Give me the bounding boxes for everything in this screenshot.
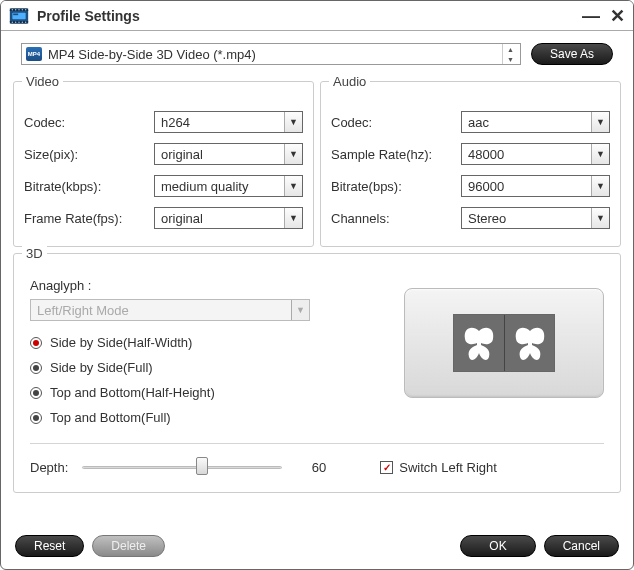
mp4-icon: MP4	[26, 47, 42, 61]
video-framerate-label: Frame Rate(fps):	[24, 211, 154, 226]
video-legend: Video	[22, 74, 63, 89]
chevron-down-icon: ▼	[284, 144, 302, 164]
radio-option-1[interactable]: Side by Side(Full)	[30, 360, 364, 375]
video-bitrate-label: Bitrate(kbps):	[24, 179, 154, 194]
close-button[interactable]: ✕	[610, 7, 625, 25]
footer: Reset Delete OK Cancel	[1, 527, 633, 569]
radio-label: Side by Side(Half-Width)	[50, 335, 192, 350]
depth-value: 60	[296, 460, 326, 475]
window: Profile Settings — ✕ MP4 MP4 Side-by-Sid…	[0, 0, 634, 570]
audio-codec-select[interactable]: aac ▼	[461, 111, 610, 133]
minimize-button[interactable]: —	[582, 7, 600, 25]
three-d-group: 3D Anaglyph : Left/Right Mode ▼ Side by …	[13, 253, 621, 493]
depth-slider[interactable]	[82, 458, 282, 476]
profile-spinner[interactable]: ▲ ▼	[502, 44, 518, 64]
chevron-down-icon: ▼	[591, 112, 609, 132]
radio-dot-icon	[30, 362, 42, 374]
save-as-button[interactable]: Save As	[531, 43, 613, 65]
svg-point-3	[12, 9, 13, 10]
audio-samplerate-label: Sample Rate(hz):	[331, 147, 461, 162]
three-d-preview	[404, 288, 604, 398]
app-icon	[9, 6, 29, 26]
audio-codec-label: Codec:	[331, 115, 461, 130]
radio-label: Top and Bottom(Full)	[50, 410, 171, 425]
svg-point-7	[25, 9, 26, 10]
chevron-up-icon[interactable]: ▲	[503, 44, 518, 54]
switch-left-right-checkbox[interactable]: ✓	[380, 461, 393, 474]
video-size-label: Size(pix):	[24, 147, 154, 162]
svg-point-6	[22, 9, 23, 10]
cancel-button[interactable]: Cancel	[544, 535, 619, 557]
radio-dot-icon	[30, 337, 42, 349]
svg-point-10	[18, 21, 19, 22]
separator	[30, 443, 604, 444]
delete-button: Delete	[92, 535, 165, 557]
audio-bitrate-label: Bitrate(bps):	[331, 179, 461, 194]
titlebar: Profile Settings — ✕	[1, 1, 633, 31]
chevron-down-icon: ▼	[291, 300, 309, 320]
svg-point-12	[25, 21, 26, 22]
ok-button[interactable]: OK	[460, 535, 535, 557]
profile-select-text: MP4 Side-by-Side 3D Video (*.mp4)	[48, 47, 502, 62]
radio-label: Side by Side(Full)	[50, 360, 153, 375]
video-framerate-select[interactable]: original ▼	[154, 207, 303, 229]
radio-option-0[interactable]: Side by Side(Half-Width)	[30, 335, 364, 350]
window-title: Profile Settings	[37, 8, 582, 24]
slider-thumb[interactable]	[196, 457, 208, 475]
audio-channels-select[interactable]: Stereo ▼	[461, 207, 610, 229]
video-group: Video Codec: h264 ▼ Size(pix): original …	[13, 81, 314, 247]
audio-group: Audio Codec: aac ▼ Sample Rate(hz): 4800…	[320, 81, 621, 247]
reset-button[interactable]: Reset	[15, 535, 84, 557]
preview-left	[454, 315, 504, 371]
anaglyph-select: Left/Right Mode ▼	[30, 299, 310, 321]
chevron-down-icon: ▼	[591, 176, 609, 196]
profile-select[interactable]: MP4 MP4 Side-by-Side 3D Video (*.mp4) ▲ …	[21, 43, 521, 65]
audio-bitrate-select[interactable]: 96000 ▼	[461, 175, 610, 197]
chevron-down-icon: ▼	[591, 144, 609, 164]
preview-right	[504, 315, 554, 371]
chevron-down-icon: ▼	[284, 208, 302, 228]
svg-point-9	[15, 21, 16, 22]
chevron-down-icon: ▼	[284, 176, 302, 196]
svg-rect-14	[13, 13, 18, 15]
svg-point-11	[22, 21, 23, 22]
video-bitrate-select[interactable]: medium quality ▼	[154, 175, 303, 197]
chevron-down-icon: ▼	[591, 208, 609, 228]
video-codec-select[interactable]: h264 ▼	[154, 111, 303, 133]
radio-dot-icon	[30, 387, 42, 399]
radio-option-2[interactable]: Top and Bottom(Half-Height)	[30, 385, 364, 400]
audio-channels-label: Channels:	[331, 211, 461, 226]
chevron-down-icon: ▼	[284, 112, 302, 132]
video-codec-label: Codec:	[24, 115, 154, 130]
svg-point-8	[12, 21, 13, 22]
audio-samplerate-select[interactable]: 48000 ▼	[461, 143, 610, 165]
radio-label: Top and Bottom(Half-Height)	[50, 385, 215, 400]
radio-dot-icon	[30, 412, 42, 424]
switch-left-right-label: Switch Left Right	[399, 460, 497, 475]
audio-legend: Audio	[329, 74, 370, 89]
anaglyph-label: Anaglyph :	[30, 278, 364, 293]
svg-point-4	[15, 9, 16, 10]
depth-label: Depth:	[30, 460, 68, 475]
video-size-select[interactable]: original ▼	[154, 143, 303, 165]
radio-option-3[interactable]: Top and Bottom(Full)	[30, 410, 364, 425]
three-d-legend: 3D	[22, 246, 47, 261]
chevron-down-icon[interactable]: ▼	[503, 54, 518, 64]
svg-point-5	[18, 9, 19, 10]
